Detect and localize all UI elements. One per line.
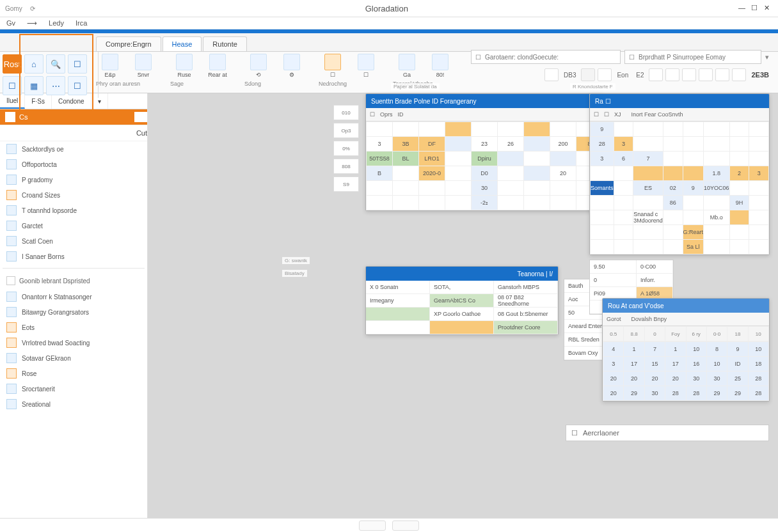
cal1grid-cell-1-6[interactable]	[524, 137, 550, 151]
cal1grid-cell-0-0[interactable]	[367, 122, 392, 136]
cal1grid-cell-3-6[interactable]	[524, 166, 550, 180]
sidebar-item-6[interactable]: Scatl Coen	[0, 233, 147, 249]
cal2grid-cell-8-3[interactable]	[663, 240, 683, 254]
cal2grid-cell-4-1[interactable]	[614, 181, 633, 195]
cal2grid-cell-8-5[interactable]	[704, 240, 729, 254]
cal2grid-cell-7-7[interactable]	[749, 225, 768, 239]
cal1-tool-2[interactable]: Oprs	[380, 111, 393, 118]
cal2grid-cell-2-4[interactable]	[683, 152, 704, 166]
cal2grid-cell-6-1[interactable]	[614, 210, 633, 224]
status-btn-2[interactable]	[392, 520, 419, 531]
cal2grid-cell-6-6[interactable]	[730, 210, 749, 224]
cal3grid-cell-1-0[interactable]: 3	[603, 357, 623, 371]
cal2grid-cell-5-3[interactable]: 86	[663, 196, 683, 210]
tbtn-4[interactable]	[649, 68, 663, 81]
cal2grid-cell-0-7[interactable]	[749, 122, 768, 136]
cal2grid-cell-2-0[interactable]: 3	[591, 152, 614, 166]
cal1grid-cell-0-1[interactable]	[393, 122, 418, 136]
cal2grid-cell-5-6[interactable]: 9H	[730, 196, 749, 210]
cal3grid-cell-3-1[interactable]: 29	[624, 386, 644, 400]
menu-item-4[interactable]: Irca	[75, 19, 87, 27]
cal2grid-cell-0-1[interactable]	[614, 122, 633, 136]
sidebar-row-cs[interactable]: Cs	[0, 109, 147, 125]
cal1grid-cell-0-2[interactable]	[419, 122, 445, 136]
sidebar-item2-0[interactable]: Onantorr k Statnasonger	[0, 289, 147, 304]
strip-cell-0-2[interactable]: 08 07 B82 Sneedhorne	[494, 294, 558, 307]
cal2grid-cell-7-4[interactable]: G:Reart	[683, 225, 704, 239]
cal1grid-cell-1-1[interactable]: 3B	[393, 137, 418, 151]
cal1-tool-3[interactable]: ID	[398, 111, 404, 118]
cal2grid-cell-3-0[interactable]	[591, 166, 614, 180]
cal3grid-cell-0-5[interactable]: 8	[707, 342, 727, 356]
tab-compre[interactable]: Compre:Engrn	[96, 36, 161, 51]
cal2grid-cell-8-1[interactable]	[614, 240, 633, 254]
tbtn-5[interactable]	[665, 68, 679, 81]
cal2grid-cell-4-7[interactable]	[749, 181, 768, 195]
cal2grid-cell-2-3[interactable]	[663, 152, 683, 166]
cal2grid-cell-3-6[interactable]: 2	[730, 166, 749, 180]
cal2grid-cell-0-0[interactable]: 9	[591, 122, 614, 136]
strip-cell-1-0[interactable]	[366, 308, 430, 320]
cal3grid-cell-2-0[interactable]: 20	[603, 372, 623, 386]
cal3grid-cell-2-7[interactable]: 28	[749, 372, 768, 386]
ribbon-btn-1-1[interactable]: Rear at	[203, 54, 232, 78]
cal1grid-cell-4-3[interactable]	[445, 181, 471, 195]
cal3grid-cell-1-1[interactable]: 17	[624, 357, 644, 371]
sidebar-item2-7[interactable]: Sreational	[0, 396, 147, 412]
ribbon-btn-2-1[interactable]: ⚙	[278, 54, 306, 78]
sidebar-item-3[interactable]: Croand Sizes	[0, 187, 147, 203]
cal2grid-cell-1-7[interactable]	[749, 137, 768, 151]
ribbon-btn-4-0[interactable]: Ga	[393, 54, 421, 78]
ribbon-btn-3-0[interactable]: ☐	[319, 54, 347, 78]
ribbon-btn-0-0[interactable]: E&p	[96, 54, 124, 78]
cal2grid-cell-4-0[interactable]: Somants	[591, 181, 614, 195]
strip-cell-2-0[interactable]	[366, 321, 430, 334]
cal2grid-cell-0-2[interactable]	[633, 122, 663, 136]
cal2grid-cell-3-2[interactable]	[633, 166, 663, 180]
cal1grid-cell-3-4[interactable]: D0	[472, 166, 497, 180]
search-icon[interactable]: 🔍	[46, 54, 65, 74]
tbtn-8[interactable]	[715, 68, 729, 81]
cal2grid-cell-2-6[interactable]	[730, 152, 749, 166]
rs3-row-0[interactable]: 9.500·C00	[590, 260, 673, 274]
doc-icon[interactable]: ☐	[68, 54, 87, 74]
cal2grid-cell-2-5[interactable]	[704, 152, 729, 166]
strip-cell-0-0[interactable]: Irmegany	[366, 294, 430, 307]
cal1grid-cell-5-6[interactable]	[524, 196, 550, 210]
sidebar-item2-3[interactable]: Vrrlotred bwad Soacting	[0, 335, 147, 350]
cal1grid-cell-4-6[interactable]	[524, 181, 550, 195]
more-icon[interactable]: ⋯	[46, 76, 65, 95]
cal2grid-cell-5-1[interactable]	[614, 196, 633, 210]
ribbon-btn-1-0[interactable]: Ruse	[170, 54, 198, 78]
sidebar-item-2[interactable]: P gradomy	[0, 172, 147, 187]
search-field-1[interactable]: ☐ Garotaenr: clondGoecute:	[471, 50, 621, 64]
cal1grid-cell-3-7[interactable]: 20	[550, 166, 576, 180]
sidebar-item2-6[interactable]: Srocrtanerit	[0, 381, 147, 396]
tbtn-2[interactable]	[581, 68, 595, 81]
ribbon-btn-4-1[interactable]: 80!	[426, 54, 454, 78]
cal2grid-cell-8-6[interactable]	[730, 240, 749, 254]
status-btn-1[interactable]	[359, 520, 386, 531]
cal3grid-cell-1-4[interactable]: 16	[687, 357, 706, 371]
cal2grid-cell-2-2[interactable]: 7	[633, 152, 663, 166]
sidebar-item-7[interactable]: I Sanaer Borns	[0, 249, 147, 264]
cal1grid-cell-4-2[interactable]	[419, 181, 445, 195]
cal2grid-cell-7-2[interactable]	[633, 225, 663, 239]
cal2grid-cell-6-2[interactable]: Snanad c 3Mdoorend	[633, 210, 663, 224]
ribbon-btn-2-0[interactable]: ⟲	[244, 54, 273, 78]
cal3-tool-2[interactable]: Dovalsh Bnpy	[631, 316, 667, 322]
cal1grid-cell-2-0[interactable]: 50TS58	[367, 152, 392, 166]
cal3grid-cell-1-7[interactable]: 18	[749, 357, 768, 371]
ribbon-btn-0-1[interactable]: Snvr	[129, 54, 157, 78]
cal2grid-cell-1-3[interactable]	[663, 137, 683, 151]
cal2grid-cell-1-0[interactable]: 28	[591, 137, 614, 151]
minimize-icon[interactable]: —	[738, 4, 747, 13]
dropdown-icon[interactable]: ▾	[765, 53, 769, 61]
cal1grid-cell-0-6[interactable]	[524, 122, 550, 136]
cal1grid-cell-5-1[interactable]	[393, 196, 418, 210]
cal2grid-cell-4-5[interactable]: 10YOC06	[704, 181, 729, 195]
cal2-tool-0[interactable]: ☐	[594, 111, 599, 118]
cal2grid-cell-2-7[interactable]	[749, 152, 768, 166]
cal2grid-cell-5-2[interactable]	[633, 196, 663, 210]
sidebar-item2-5[interactable]: Rose	[0, 366, 147, 381]
